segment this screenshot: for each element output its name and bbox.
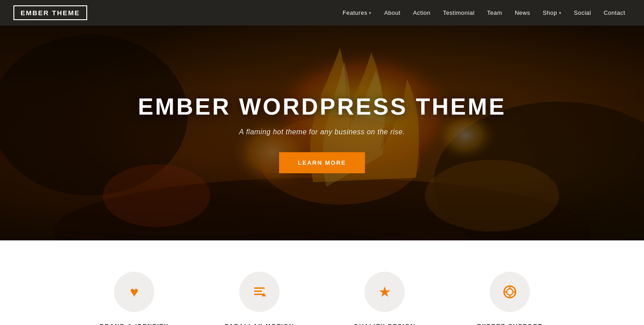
nav-item-team[interactable]: Team xyxy=(482,7,508,19)
brand-logo[interactable]: EMBER THEME xyxy=(13,5,87,20)
svg-rect-11 xyxy=(254,291,262,292)
nav-link-testimonial[interactable]: Testimonial xyxy=(438,7,480,19)
feature-icon-circle-3: ★ xyxy=(364,272,405,312)
svg-rect-10 xyxy=(254,287,265,289)
nav-link-about[interactable]: About xyxy=(379,7,406,19)
nav-item-contact[interactable]: Contact xyxy=(598,7,631,19)
nav-link-social[interactable]: Social xyxy=(568,7,596,19)
feature-quality-design: ★ QUALITY DESIGN xyxy=(322,272,447,325)
nav-item-action[interactable]: Action xyxy=(407,7,436,19)
nav-link-features[interactable]: Features ▾ xyxy=(337,7,377,19)
nav-link-contact[interactable]: Contact xyxy=(598,7,631,19)
feature-icon-circle-4 xyxy=(490,272,530,312)
feature-parallax-motion: PARALLAX MOTION xyxy=(197,272,322,325)
nav-link-shop[interactable]: Shop ▾ xyxy=(537,7,567,19)
nav-link-action[interactable]: Action xyxy=(407,7,436,19)
hero-content: EMBER WORDPRESS THEME A flaming hot them… xyxy=(129,84,515,182)
navbar: EMBER THEME Features ▾ About Action Test… xyxy=(0,0,644,26)
nav-link-team[interactable]: Team xyxy=(482,7,508,19)
nav-item-news[interactable]: News xyxy=(509,7,536,19)
feature-title-3: QUALITY DESIGN xyxy=(354,323,415,325)
feature-icon-circle-2 xyxy=(239,272,280,312)
feature-icon-circle-1: ♥ xyxy=(114,272,154,312)
nav-item-testimonial[interactable]: Testimonial xyxy=(438,7,480,19)
feature-title-2: PARALLAX MOTION xyxy=(225,323,294,325)
feature-title-4: EXPERT SUPPORT xyxy=(477,323,542,325)
heart-icon: ♥ xyxy=(130,284,139,300)
nav-links: Features ▾ About Action Testimonial Team xyxy=(337,7,631,19)
chevron-down-icon: ▾ xyxy=(369,11,372,15)
list-lines-icon xyxy=(251,284,267,300)
feature-expert-support: EXPERT SUPPORT xyxy=(447,272,572,325)
nav-item-social[interactable]: Social xyxy=(568,7,596,19)
chevron-down-icon-2: ▾ xyxy=(559,11,562,15)
hero-title: EMBER WORDPRESS THEME xyxy=(138,93,506,120)
feature-title-1: BRAND & IDENTITY xyxy=(100,323,169,325)
nav-item-about[interactable]: About xyxy=(379,7,406,19)
features-section: ♥ BRAND & IDENTITY PARALLAX MOTION ★ QUA… xyxy=(0,240,644,325)
svg-point-15 xyxy=(507,289,513,295)
nav-link-news[interactable]: News xyxy=(509,7,536,19)
feature-brand-identity: ♥ BRAND & IDENTITY xyxy=(72,272,197,325)
hero-section: EMBER WORDPRESS THEME A flaming hot them… xyxy=(0,26,644,240)
learn-more-button[interactable]: LEARN MORE xyxy=(279,152,364,173)
lifebuoy-icon xyxy=(501,283,518,300)
svg-rect-12 xyxy=(254,294,263,295)
star-icon: ★ xyxy=(378,283,391,300)
nav-item-shop[interactable]: Shop ▾ xyxy=(537,7,567,19)
nav-item-features[interactable]: Features ▾ xyxy=(337,7,377,19)
hero-subtitle: A flaming hot theme for any business on … xyxy=(138,128,506,136)
